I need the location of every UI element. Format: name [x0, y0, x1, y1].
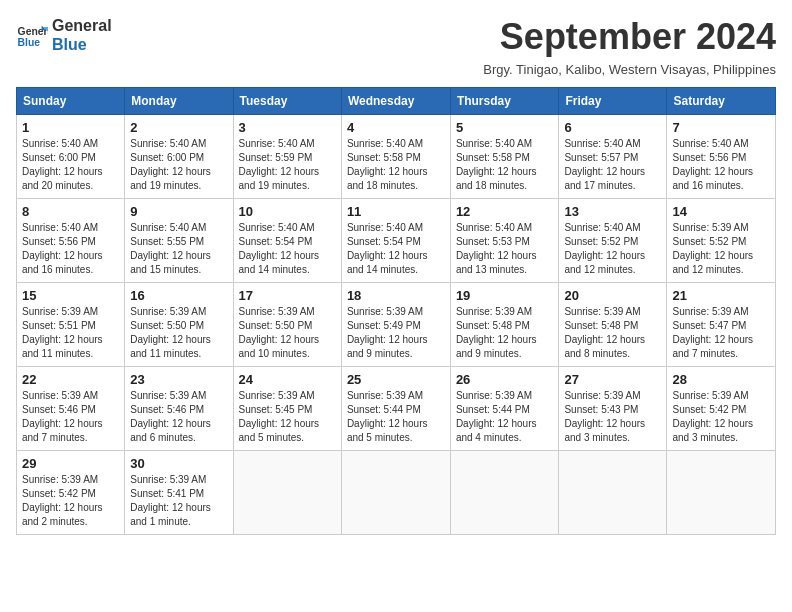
month-title: September 2024	[500, 16, 776, 58]
day-number: 6	[564, 120, 661, 135]
day-number: 4	[347, 120, 445, 135]
day-info: Sunrise: 5:40 AM Sunset: 5:58 PM Dayligh…	[347, 137, 445, 193]
day-number: 25	[347, 372, 445, 387]
calendar-cell: 12Sunrise: 5:40 AM Sunset: 5:53 PM Dayli…	[450, 199, 559, 283]
day-info: Sunrise: 5:39 AM Sunset: 5:49 PM Dayligh…	[347, 305, 445, 361]
day-info: Sunrise: 5:39 AM Sunset: 5:42 PM Dayligh…	[672, 389, 770, 445]
day-info: Sunrise: 5:39 AM Sunset: 5:52 PM Dayligh…	[672, 221, 770, 277]
calendar-cell: 24Sunrise: 5:39 AM Sunset: 5:45 PM Dayli…	[233, 367, 341, 451]
header: General Blue General Blue September 2024	[16, 16, 776, 58]
day-number: 10	[239, 204, 336, 219]
day-number: 20	[564, 288, 661, 303]
subtitle: Brgy. Tinigao, Kalibo, Western Visayas, …	[16, 62, 776, 77]
day-info: Sunrise: 5:39 AM Sunset: 5:42 PM Dayligh…	[22, 473, 119, 529]
column-header-thursday: Thursday	[450, 88, 559, 115]
calendar-cell: 27Sunrise: 5:39 AM Sunset: 5:43 PM Dayli…	[559, 367, 667, 451]
logo: General Blue General Blue	[16, 16, 112, 54]
logo-line1: General	[52, 16, 112, 35]
calendar-cell: 11Sunrise: 5:40 AM Sunset: 5:54 PM Dayli…	[341, 199, 450, 283]
calendar-cell: 4Sunrise: 5:40 AM Sunset: 5:58 PM Daylig…	[341, 115, 450, 199]
day-info: Sunrise: 5:39 AM Sunset: 5:47 PM Dayligh…	[672, 305, 770, 361]
calendar-cell: 3Sunrise: 5:40 AM Sunset: 5:59 PM Daylig…	[233, 115, 341, 199]
day-info: Sunrise: 5:39 AM Sunset: 5:46 PM Dayligh…	[130, 389, 227, 445]
column-header-wednesday: Wednesday	[341, 88, 450, 115]
day-number: 16	[130, 288, 227, 303]
calendar-cell: 9Sunrise: 5:40 AM Sunset: 5:55 PM Daylig…	[125, 199, 233, 283]
calendar-cell: 20Sunrise: 5:39 AM Sunset: 5:48 PM Dayli…	[559, 283, 667, 367]
day-info: Sunrise: 5:39 AM Sunset: 5:41 PM Dayligh…	[130, 473, 227, 529]
day-info: Sunrise: 5:40 AM Sunset: 5:55 PM Dayligh…	[130, 221, 227, 277]
calendar-cell: 16Sunrise: 5:39 AM Sunset: 5:50 PM Dayli…	[125, 283, 233, 367]
day-number: 27	[564, 372, 661, 387]
day-info: Sunrise: 5:40 AM Sunset: 6:00 PM Dayligh…	[22, 137, 119, 193]
day-number: 8	[22, 204, 119, 219]
day-number: 21	[672, 288, 770, 303]
week-row-3: 15Sunrise: 5:39 AM Sunset: 5:51 PM Dayli…	[17, 283, 776, 367]
day-number: 1	[22, 120, 119, 135]
calendar-cell	[450, 451, 559, 535]
day-number: 9	[130, 204, 227, 219]
day-number: 2	[130, 120, 227, 135]
column-header-sunday: Sunday	[17, 88, 125, 115]
day-info: Sunrise: 5:39 AM Sunset: 5:50 PM Dayligh…	[130, 305, 227, 361]
calendar-cell: 6Sunrise: 5:40 AM Sunset: 5:57 PM Daylig…	[559, 115, 667, 199]
day-number: 11	[347, 204, 445, 219]
day-number: 15	[22, 288, 119, 303]
day-info: Sunrise: 5:39 AM Sunset: 5:50 PM Dayligh…	[239, 305, 336, 361]
calendar-cell: 10Sunrise: 5:40 AM Sunset: 5:54 PM Dayli…	[233, 199, 341, 283]
day-number: 29	[22, 456, 119, 471]
title-block: September 2024	[500, 16, 776, 58]
calendar-cell: 13Sunrise: 5:40 AM Sunset: 5:52 PM Dayli…	[559, 199, 667, 283]
day-number: 28	[672, 372, 770, 387]
day-info: Sunrise: 5:40 AM Sunset: 5:56 PM Dayligh…	[672, 137, 770, 193]
column-header-tuesday: Tuesday	[233, 88, 341, 115]
day-info: Sunrise: 5:40 AM Sunset: 5:54 PM Dayligh…	[239, 221, 336, 277]
day-number: 5	[456, 120, 554, 135]
calendar-cell: 22Sunrise: 5:39 AM Sunset: 5:46 PM Dayli…	[17, 367, 125, 451]
calendar-cell: 8Sunrise: 5:40 AM Sunset: 5:56 PM Daylig…	[17, 199, 125, 283]
day-number: 18	[347, 288, 445, 303]
calendar-cell: 19Sunrise: 5:39 AM Sunset: 5:48 PM Dayli…	[450, 283, 559, 367]
calendar-cell: 2Sunrise: 5:40 AM Sunset: 6:00 PM Daylig…	[125, 115, 233, 199]
day-info: Sunrise: 5:40 AM Sunset: 5:57 PM Dayligh…	[564, 137, 661, 193]
day-number: 14	[672, 204, 770, 219]
logo-icon: General Blue	[16, 19, 48, 51]
day-info: Sunrise: 5:39 AM Sunset: 5:51 PM Dayligh…	[22, 305, 119, 361]
calendar-header-row: SundayMondayTuesdayWednesdayThursdayFrid…	[17, 88, 776, 115]
day-number: 30	[130, 456, 227, 471]
day-info: Sunrise: 5:39 AM Sunset: 5:48 PM Dayligh…	[564, 305, 661, 361]
calendar-cell: 18Sunrise: 5:39 AM Sunset: 5:49 PM Dayli…	[341, 283, 450, 367]
day-info: Sunrise: 5:39 AM Sunset: 5:44 PM Dayligh…	[347, 389, 445, 445]
logo-line2: Blue	[52, 35, 112, 54]
day-number: 12	[456, 204, 554, 219]
day-info: Sunrise: 5:40 AM Sunset: 5:59 PM Dayligh…	[239, 137, 336, 193]
day-info: Sunrise: 5:40 AM Sunset: 5:52 PM Dayligh…	[564, 221, 661, 277]
calendar-cell: 17Sunrise: 5:39 AM Sunset: 5:50 PM Dayli…	[233, 283, 341, 367]
day-info: Sunrise: 5:39 AM Sunset: 5:43 PM Dayligh…	[564, 389, 661, 445]
column-header-friday: Friday	[559, 88, 667, 115]
day-info: Sunrise: 5:39 AM Sunset: 5:45 PM Dayligh…	[239, 389, 336, 445]
column-header-saturday: Saturday	[667, 88, 776, 115]
calendar-cell: 26Sunrise: 5:39 AM Sunset: 5:44 PM Dayli…	[450, 367, 559, 451]
calendar-cell: 14Sunrise: 5:39 AM Sunset: 5:52 PM Dayli…	[667, 199, 776, 283]
calendar-cell	[559, 451, 667, 535]
day-number: 3	[239, 120, 336, 135]
day-number: 23	[130, 372, 227, 387]
calendar-cell: 5Sunrise: 5:40 AM Sunset: 5:58 PM Daylig…	[450, 115, 559, 199]
calendar-cell	[667, 451, 776, 535]
day-info: Sunrise: 5:40 AM Sunset: 5:58 PM Dayligh…	[456, 137, 554, 193]
calendar-cell	[341, 451, 450, 535]
calendar-cell: 23Sunrise: 5:39 AM Sunset: 5:46 PM Dayli…	[125, 367, 233, 451]
day-number: 24	[239, 372, 336, 387]
week-row-1: 1Sunrise: 5:40 AM Sunset: 6:00 PM Daylig…	[17, 115, 776, 199]
day-number: 26	[456, 372, 554, 387]
calendar-cell: 29Sunrise: 5:39 AM Sunset: 5:42 PM Dayli…	[17, 451, 125, 535]
column-header-monday: Monday	[125, 88, 233, 115]
svg-text:Blue: Blue	[18, 37, 41, 48]
calendar-cell: 30Sunrise: 5:39 AM Sunset: 5:41 PM Dayli…	[125, 451, 233, 535]
day-number: 17	[239, 288, 336, 303]
day-info: Sunrise: 5:40 AM Sunset: 5:56 PM Dayligh…	[22, 221, 119, 277]
day-info: Sunrise: 5:40 AM Sunset: 6:00 PM Dayligh…	[130, 137, 227, 193]
calendar-table: SundayMondayTuesdayWednesdayThursdayFrid…	[16, 87, 776, 535]
calendar-cell: 15Sunrise: 5:39 AM Sunset: 5:51 PM Dayli…	[17, 283, 125, 367]
